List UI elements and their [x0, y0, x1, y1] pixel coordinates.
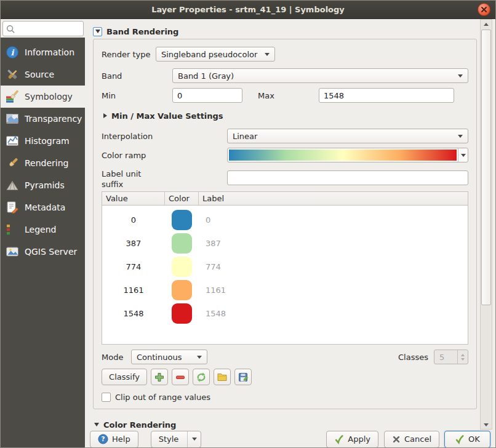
sidebar-item-information[interactable]: i Information — [1, 41, 85, 63]
apply-label: Apply — [348, 434, 370, 444]
sidebar-search — [2, 21, 84, 36]
window-title: Layer Properties - srtm_41_19 | Symbolog… — [151, 5, 345, 14]
help-button[interactable]: ? Help — [90, 431, 138, 448]
table-row[interactable]: 1548 1548 — [102, 302, 468, 325]
classify-toolbar: Classify — [102, 369, 468, 385]
band-value: Band 1 (Gray) — [178, 71, 453, 81]
scroll-up-button[interactable] — [481, 20, 492, 28]
color-swatch[interactable] — [172, 257, 192, 277]
load-color-map-button[interactable] — [214, 369, 231, 385]
band-select[interactable]: Band 1 (Gray) — [172, 68, 468, 83]
color-ramp-button[interactable] — [227, 148, 468, 162]
min-max-row: Min Max — [102, 88, 468, 103]
value-cell[interactable]: 387 — [102, 239, 165, 248]
save-color-map-button[interactable] — [234, 369, 252, 385]
apply-button[interactable]: Apply — [326, 431, 378, 448]
label-cell[interactable]: 1161 — [199, 286, 468, 295]
vertical-scrollbar[interactable] — [480, 19, 492, 430]
sidebar-item-source[interactable]: Source — [1, 63, 85, 86]
label-cell[interactable]: 387 — [199, 239, 468, 248]
add-value-button[interactable] — [151, 369, 168, 385]
label-unit-suffix-input[interactable] — [227, 170, 468, 185]
color-rendering-header[interactable]: Color Rendering — [94, 420, 479, 430]
max-input[interactable] — [319, 88, 454, 103]
chevron-down-icon — [265, 53, 270, 56]
scroll-down-button[interactable] — [481, 420, 492, 429]
scroll-down-icon — [484, 423, 489, 426]
scrollbar-thumb[interactable] — [481, 30, 491, 305]
qgis-server-icon — [6, 245, 19, 258]
collapse-expander[interactable] — [93, 27, 102, 36]
table-row[interactable]: 774 774 — [102, 255, 468, 278]
value-cell[interactable]: 1161 — [102, 286, 165, 295]
plus-icon — [154, 372, 165, 383]
label-unit-suffix-label: Label unit suffix — [102, 169, 227, 190]
color-swatch[interactable] — [172, 303, 192, 324]
color-swatch[interactable] — [172, 280, 192, 300]
value-cell[interactable]: 774 — [102, 262, 165, 271]
table-row[interactable]: 1161 1161 — [102, 278, 468, 302]
render-type-row: Render type Singleband pseudocolor — [102, 47, 468, 62]
transparency-icon — [6, 112, 19, 126]
clip-row: Clip out of range values — [102, 393, 468, 402]
sidebar-item-qgis-server[interactable]: QGIS Server — [1, 241, 85, 263]
label-cell[interactable]: 774 — [199, 262, 468, 271]
chevron-down-icon — [192, 438, 197, 441]
color-swatch[interactable] — [172, 233, 192, 254]
label-cell[interactable]: 1548 — [199, 309, 468, 318]
label-cell[interactable]: 0 — [199, 215, 468, 225]
symbology-settings: Band Rendering Render type Singleband ps… — [85, 19, 479, 430]
load-values-button[interactable] — [193, 369, 210, 385]
svg-text:?: ? — [101, 435, 105, 442]
source-icon — [6, 68, 19, 81]
sidebar-item-legend[interactable]: Legend — [1, 218, 85, 241]
max-label: Max — [258, 91, 319, 100]
symbology-icon — [6, 90, 19, 103]
sidebar-item-pyramids[interactable]: Pyramids — [1, 174, 85, 196]
style-button[interactable]: Style — [151, 431, 202, 448]
interpolation-value: Linear — [233, 132, 453, 141]
band-rendering-header[interactable]: Band Rendering — [93, 26, 479, 36]
render-type-select[interactable]: Singleband pseudocolor — [156, 47, 275, 62]
sidebar-item-label: Symbology — [25, 92, 73, 102]
min-input[interactable] — [172, 88, 242, 103]
style-label: Style — [159, 434, 179, 444]
color-cell — [165, 257, 199, 277]
minmax-settings-title: Min / Max Value Settings — [111, 111, 223, 121]
color-ramp-dropdown[interactable] — [458, 148, 468, 162]
classify-button[interactable]: Classify — [102, 369, 147, 385]
legend-icon — [6, 223, 19, 236]
style-dropdown[interactable] — [187, 431, 197, 447]
sidebar: i Information Source Symbology Transpare… — [1, 19, 85, 448]
column-header-label[interactable]: Label — [199, 192, 468, 205]
sidebar-item-transparency[interactable]: Transparency — [1, 108, 85, 130]
close-button[interactable] — [478, 3, 490, 16]
ok-label: OK — [468, 434, 480, 444]
column-header-value[interactable]: Value — [102, 192, 165, 205]
color-swatch[interactable] — [172, 210, 192, 230]
sidebar-item-label: Transparency — [25, 114, 82, 124]
interpolation-select[interactable]: Linear — [227, 129, 468, 143]
check-icon — [334, 434, 344, 444]
table-row[interactable]: 387 387 — [102, 231, 468, 255]
value-cell[interactable]: 0 — [102, 215, 165, 225]
ok-button[interactable]: OK — [444, 431, 490, 448]
cancel-label: Cancel — [404, 434, 431, 444]
cancel-button[interactable]: Cancel — [384, 431, 439, 448]
clip-checkbox[interactable] — [102, 393, 111, 402]
remove-value-button[interactable] — [172, 369, 189, 385]
color-cell — [165, 303, 199, 324]
sidebar-item-label: Source — [25, 70, 54, 79]
sidebar-item-symbology[interactable]: Symbology — [1, 86, 85, 108]
sidebar-item-rendering[interactable]: Rendering — [1, 152, 85, 174]
mode-select[interactable]: Continuous — [131, 350, 207, 364]
column-header-color[interactable]: Color — [165, 192, 199, 205]
spinner-buttons — [457, 350, 468, 364]
minmax-settings-header[interactable]: Min / Max Value Settings — [103, 111, 468, 121]
mode-value: Continuous — [137, 353, 192, 362]
sidebar-item-histogram[interactable]: Histogram — [1, 130, 85, 152]
table-row[interactable]: 0 0 — [102, 208, 468, 231]
value-cell[interactable]: 1548 — [102, 309, 165, 318]
sidebar-item-metadata[interactable]: Metadata — [1, 196, 85, 218]
search-input[interactable] — [15, 23, 81, 34]
